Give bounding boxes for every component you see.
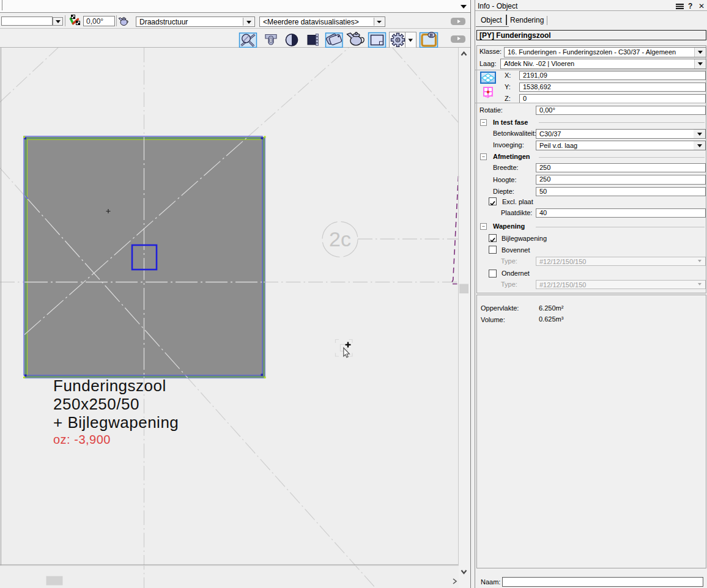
svg-text:2c: 2c <box>329 227 351 251</box>
svg-text:+ Bijlegwapening: + Bijlegwapening <box>53 413 179 432</box>
svg-text:250x250/50: 250x250/50 <box>53 395 139 413</box>
svg-text:Funderingszool: Funderingszool <box>53 377 166 395</box>
svg-text:oz: -3,900: oz: -3,900 <box>53 433 111 446</box>
